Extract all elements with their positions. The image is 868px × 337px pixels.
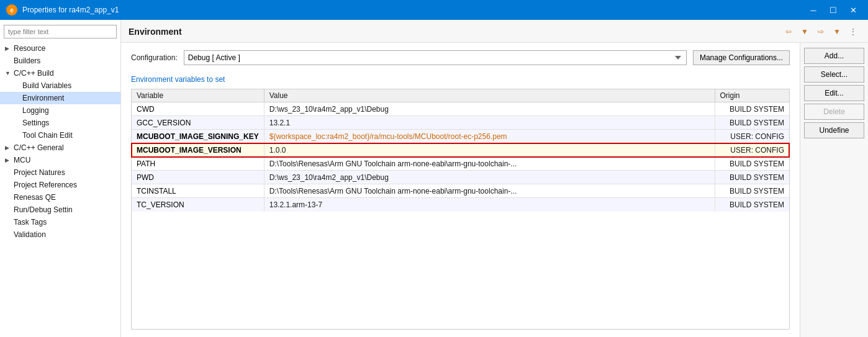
configuration-row: Configuration: Debug [ Active ] Manage C… (131, 50, 790, 65)
main-container: ▶ Resource Builders ▼ C/C++ Build Build … (0, 20, 868, 337)
value-cell: 13.2.1.arm-13-7 (264, 198, 715, 212)
content-inner: Configuration: Debug [ Active ] Manage C… (121, 43, 868, 337)
origin-cell: BUILD SYSTEM (715, 157, 789, 171)
table-row[interactable]: MCUBOOT_IMAGE_SIGNING_KEY ${workspace_lo… (132, 130, 789, 143)
table-row[interactable]: PATH D:\Tools\Renesas\Arm GNU Toolchain … (132, 157, 789, 171)
maximize-button[interactable]: ☐ (825, 2, 842, 17)
col-origin: Origin (715, 89, 789, 102)
add-button[interactable]: Add... (804, 48, 864, 64)
menu-button[interactable]: ⋮ (846, 25, 861, 38)
sidebar-item-label: Project References (14, 181, 77, 189)
close-button[interactable]: ✕ (844, 2, 862, 17)
sidebar-item-label: Builders (14, 56, 40, 65)
sidebar-item-task-tags[interactable]: Task Tags (0, 216, 120, 228)
sidebar-item-label: Tool Chain Edit (22, 131, 73, 140)
environment-table: Variable Value Origin CWD D:\ws_23_10\ra… (132, 89, 789, 212)
env-table-wrapper: Variable Value Origin CWD D:\ws_23_10\ra… (131, 89, 790, 330)
var-cell: PATH (132, 157, 264, 171)
sidebar-item-mcu[interactable]: ▶ MCU (0, 154, 120, 166)
origin-cell: BUILD SYSTEM (715, 171, 789, 184)
sidebar-item-logging[interactable]: Logging (0, 104, 120, 117)
sidebar-item-cpp-build[interactable]: ▼ C/C++ Build (0, 67, 120, 79)
sidebar: ▶ Resource Builders ▼ C/C++ Build Build … (0, 20, 121, 337)
value-cell: D:\Tools\Renesas\Arm GNU Toolchain arm-n… (264, 157, 715, 171)
var-cell: TCINSTALL (132, 184, 264, 198)
back-button[interactable]: ⇦ (781, 25, 796, 38)
table-row[interactable]: MCUBOOT_IMAGE_VERSION 1.0.0 USER: CONFIG (132, 143, 789, 157)
edit-button[interactable]: Edit... (804, 85, 864, 101)
col-value: Value (264, 89, 715, 102)
sidebar-item-label: Task Tags (14, 218, 47, 227)
right-panel: Add... Select... Edit... Delete Undefine (800, 43, 868, 337)
sidebar-item-label: Validation (14, 230, 46, 239)
table-row[interactable]: CWD D:\ws_23_10\ra4m2_app_v1\Debug BUILD… (132, 102, 789, 116)
manage-configurations-button[interactable]: Manage Configurations... (693, 50, 790, 65)
filter-input[interactable] (4, 25, 117, 38)
minimize-button[interactable]: ─ (805, 2, 822, 17)
sidebar-item-project-natures[interactable]: Project Natures (0, 166, 120, 179)
sidebar-item-environment[interactable]: Environment (0, 92, 120, 104)
window-title: Properties for ra4m2_app_v1 (22, 6, 119, 14)
value-cell: ${workspace_loc:ra4m2_boot}/ra/mcu-tools… (264, 130, 715, 143)
undefine-button[interactable]: Undefine (804, 122, 864, 138)
configuration-select[interactable]: Debug [ Active ] (184, 50, 687, 65)
sidebar-item-label: MCU (14, 156, 30, 164)
sidebar-item-label: Renesas QE (14, 193, 56, 202)
table-row[interactable]: GCC_VERSION 13.2.1 BUILD SYSTEM (132, 116, 789, 130)
select-button[interactable]: Select... (804, 66, 864, 83)
col-variable: Variable (132, 89, 264, 102)
expand-arrow: ▶ (5, 157, 12, 163)
sidebar-item-label: C/C++ General (14, 143, 64, 152)
value-cell: 13.2.1 (264, 116, 715, 130)
value-cell: D:\Tools\Renesas\Arm GNU Toolchain arm-n… (264, 184, 715, 198)
content-header: Environment ⇦ ▼ ⇨ ▼ ⋮ (121, 20, 868, 43)
content-main: Configuration: Debug [ Active ] Manage C… (121, 43, 800, 337)
var-cell: CWD (132, 102, 264, 116)
table-row[interactable]: PWD D:\ws_23_10\ra4m2_app_v1\Debug BUILD… (132, 171, 789, 184)
origin-cell: BUILD SYSTEM (715, 102, 789, 116)
var-cell: MCUBOOT_IMAGE_SIGNING_KEY (132, 130, 264, 143)
origin-cell: BUILD SYSTEM (715, 184, 789, 198)
forward-dropdown-button[interactable]: ▼ (830, 25, 844, 38)
var-cell: GCC_VERSION (132, 116, 264, 130)
title-bar-controls: ─ ☐ ✕ (805, 2, 862, 17)
header-navigation: ⇦ ▼ ⇨ ▼ ⋮ (781, 25, 861, 38)
sidebar-item-label: Logging (22, 106, 49, 115)
sidebar-item-label: C/C++ Build (14, 69, 54, 78)
sidebar-item-tool-chain-edit[interactable]: Tool Chain Edit (0, 129, 120, 142)
sidebar-item-label: Build Variables (22, 81, 71, 90)
configuration-label: Configuration: (131, 53, 178, 62)
table-row[interactable]: TCINSTALL D:\Tools\Renesas\Arm GNU Toolc… (132, 184, 789, 198)
sidebar-item-cpp-general[interactable]: ▶ C/C++ General (0, 142, 120, 154)
var-cell: PWD (132, 171, 264, 184)
sidebar-item-validation[interactable]: Validation (0, 228, 120, 241)
sidebar-item-label: Resource (14, 44, 45, 53)
forward-button[interactable]: ⇨ (813, 25, 828, 38)
value-cell: D:\ws_23_10\ra4m2_app_v1\Debug (264, 102, 715, 116)
expand-arrow: ▶ (5, 45, 12, 52)
app-icon: e (6, 4, 17, 16)
sidebar-item-settings[interactable]: Settings (0, 117, 120, 129)
title-bar-left: e Properties for ra4m2_app_v1 (6, 4, 119, 16)
expand-arrow: ▶ (5, 145, 12, 151)
table-row[interactable]: TC_VERSION 13.2.1.arm-13-7 BUILD SYSTEM (132, 198, 789, 212)
origin-cell: BUILD SYSTEM (715, 198, 789, 212)
delete-button[interactable]: Delete (804, 104, 864, 120)
var-cell: MCUBOOT_IMAGE_VERSION (132, 143, 264, 157)
back-dropdown-button[interactable]: ▼ (797, 25, 812, 38)
value-cell: 1.0.0 (264, 143, 715, 157)
sidebar-item-build-variables[interactable]: Build Variables (0, 79, 120, 92)
origin-cell: BUILD SYSTEM (715, 116, 789, 130)
value-cell: D:\ws_23_10\ra4m2_app_v1\Debug (264, 171, 715, 184)
sidebar-item-project-references[interactable]: Project References (0, 179, 120, 191)
origin-cell: USER: CONFIG (715, 143, 789, 157)
sidebar-item-builders[interactable]: Builders (0, 55, 120, 67)
section-title: Environment variables to set (131, 75, 790, 84)
sidebar-item-renesas-qe[interactable]: Renesas QE (0, 191, 120, 204)
title-bar: e Properties for ra4m2_app_v1 ─ ☐ ✕ (0, 0, 868, 20)
sidebar-item-label: Run/Debug Settin (14, 205, 73, 214)
content-area: Environment ⇦ ▼ ⇨ ▼ ⋮ Configuration: Deb… (121, 20, 868, 337)
sidebar-item-run-debug-settings[interactable]: Run/Debug Settin (0, 204, 120, 216)
page-title: Environment (129, 27, 182, 37)
sidebar-item-resource[interactable]: ▶ Resource (0, 42, 120, 55)
